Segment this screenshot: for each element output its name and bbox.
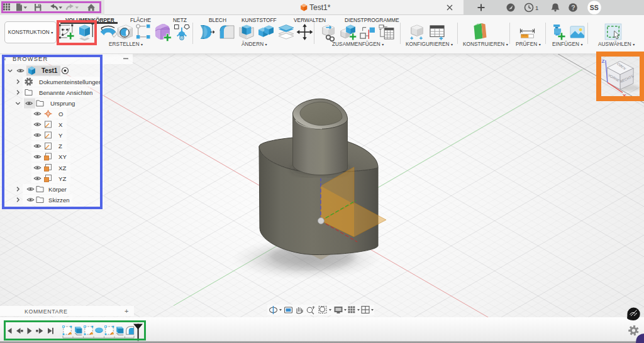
svg-text:?: ? — [571, 4, 575, 11]
svg-text:1: 1 — [535, 4, 538, 11]
svg-text:SS: SS — [590, 4, 599, 11]
